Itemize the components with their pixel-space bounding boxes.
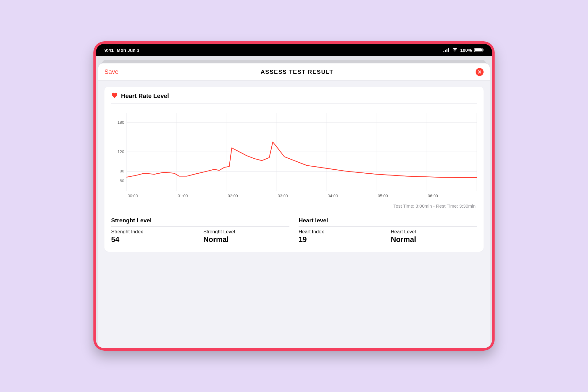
status-bar: 9:41 Mon Jun 3 100%: [96, 44, 492, 56]
close-button[interactable]: [476, 68, 484, 76]
strength-title: Strenght Level: [111, 217, 289, 227]
heart-index-value: 19: [299, 235, 385, 244]
heart-index-label: Heart Index: [299, 229, 385, 235]
strength-level: Strenght Level Normal: [203, 229, 289, 244]
tablet-screen: 9:41 Mon Jun 3 100% Save: [96, 44, 492, 348]
strength-index: Strenght Index 54: [111, 229, 197, 244]
svg-rect-2: [447, 49, 447, 52]
svg-rect-6: [483, 49, 484, 51]
heart-group: Heart level Heart Index 19 Heart Level N…: [299, 217, 477, 244]
svg-text:80: 80: [120, 169, 124, 173]
svg-text:05:00: 05:00: [378, 194, 388, 198]
svg-text:01:00: 01:00: [178, 194, 188, 198]
svg-rect-1: [445, 50, 446, 52]
modal-sheet: Save ASSESS TEST RESULT: [98, 63, 490, 348]
svg-rect-5: [475, 48, 482, 51]
heart-icon: [111, 92, 118, 100]
sheet-header: Save ASSESS TEST RESULT: [98, 63, 490, 81]
battery-percent: 100%: [460, 47, 472, 53]
heart-level-value: Normal: [391, 235, 477, 244]
wifi-icon: [452, 48, 458, 52]
strength-group: Strenght Level Strenght Index 54 Strengh…: [111, 217, 289, 244]
strength-index-value: 54: [111, 235, 197, 244]
strength-level-value: Normal: [203, 235, 289, 244]
close-icon: [478, 70, 481, 74]
heart-title: Heart level: [299, 217, 477, 227]
battery-icon: [474, 48, 484, 52]
page-title: ASSESS TEST RESULT: [261, 69, 334, 75]
status-time: 9:41: [104, 47, 114, 53]
status-date: Mon Jun 3: [117, 47, 139, 53]
signal-icon: [443, 48, 450, 52]
time-note: Test Time: 3:00min - Rest Time: 3:30min: [111, 203, 477, 209]
svg-rect-0: [443, 51, 444, 52]
svg-text:60: 60: [120, 179, 124, 183]
svg-text:120: 120: [118, 149, 124, 154]
save-button[interactable]: Save: [104, 68, 119, 75]
svg-text:04:00: 04:00: [328, 194, 338, 198]
tablet-frame: 9:41 Mon Jun 3 100% Save: [93, 41, 495, 351]
svg-text:03:00: 03:00: [278, 194, 288, 198]
strength-level-label: Strenght Level: [203, 229, 289, 235]
svg-text:00:00: 00:00: [128, 194, 138, 198]
svg-rect-3: [448, 48, 449, 52]
line-chart: 608012018000:0001:0002:0003:0004:0005:00…: [114, 113, 477, 200]
svg-text:06:00: 06:00: [428, 194, 438, 198]
heart-rate-card: Heart Rate Level 608012018000:0001:0002:…: [104, 87, 484, 252]
sheet-content: Heart Rate Level 608012018000:0001:0002:…: [98, 81, 490, 258]
card-title: Heart Rate Level: [121, 92, 169, 100]
heart-index: Heart Index 19: [299, 229, 385, 244]
metrics-row: Strenght Level Strenght Index 54 Strengh…: [111, 217, 477, 244]
heart-rate-chart: 608012018000:0001:0002:0003:0004:0005:00…: [114, 113, 477, 200]
heart-level: Heart Level Normal: [391, 229, 477, 244]
strength-index-label: Strenght Index: [111, 229, 197, 235]
app-screen: Save ASSESS TEST RESULT: [96, 56, 492, 348]
heart-level-label: Heart Level: [391, 229, 477, 235]
card-header: Heart Rate Level: [111, 92, 477, 104]
svg-text:02:00: 02:00: [228, 194, 238, 198]
svg-text:180: 180: [118, 120, 124, 125]
